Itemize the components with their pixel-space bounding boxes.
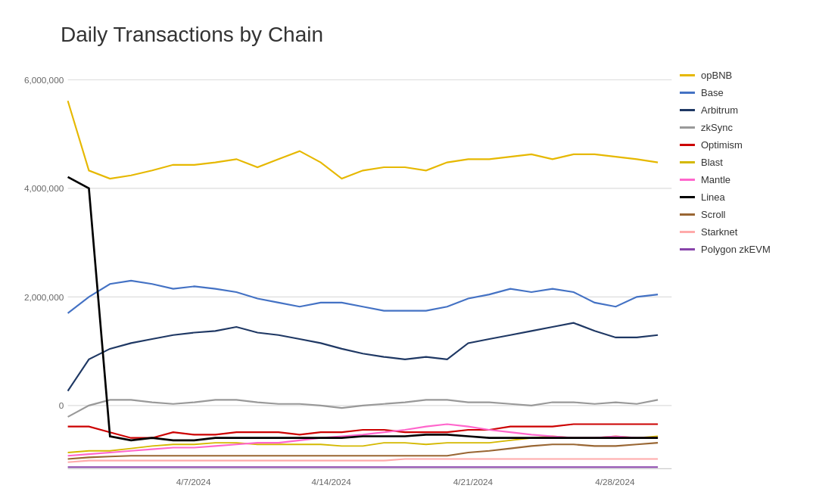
y-label-4m: 4,000,000 <box>24 183 64 193</box>
legend-label-blast: Blast <box>701 157 723 168</box>
legend-item-polygon-zkevm: Polygon zkEVM <box>680 244 801 255</box>
line-zksync <box>68 400 658 416</box>
legend-label-arbitrum: Arbitrum <box>701 104 738 116</box>
legend-item-zksync: zkSync <box>680 122 801 133</box>
main-chart-svg: 6,000,000 4,000,000 2,000,000 0 4/7/2024… <box>15 62 680 502</box>
legend-color-linea <box>680 196 695 198</box>
legend-label-scroll: Scroll <box>701 209 726 220</box>
legend-label-opbnb: opBNB <box>701 70 732 81</box>
chart-container: Daily Transactions by Chain 6,000,000 4,… <box>0 0 816 504</box>
chart-body: 6,000,000 4,000,000 2,000,000 0 4/7/2024… <box>15 62 801 502</box>
legend-color-zksync <box>680 126 695 129</box>
legend-item-starknet: Starknet <box>680 226 801 238</box>
legend-item-scroll: Scroll <box>680 209 801 220</box>
line-opbnb <box>68 101 658 179</box>
legend-item-arbitrum: Arbitrum <box>680 104 801 116</box>
chart-area: 6,000,000 4,000,000 2,000,000 0 4/7/2024… <box>15 62 680 502</box>
x-label-421: 4/21/2024 <box>453 477 494 487</box>
legend-label-base: Base <box>701 87 724 98</box>
legend-label-zksync: zkSync <box>701 122 733 133</box>
line-linea <box>68 177 658 440</box>
chart-title: Daily Transactions by Chain <box>15 23 801 47</box>
x-label-414: 4/14/2024 <box>311 477 351 487</box>
legend-label-mantle: Mantle <box>701 174 730 185</box>
legend-color-starknet <box>680 231 695 233</box>
line-starknet <box>68 459 658 462</box>
chart-legend: opBNB Base Arbitrum zkSync Optimism Blas… <box>680 62 801 502</box>
legend-color-base <box>680 92 695 94</box>
y-label-6m: 6,000,000 <box>24 75 64 85</box>
legend-item-opbnb: opBNB <box>680 70 801 81</box>
x-label-428: 4/28/2024 <box>595 477 635 487</box>
legend-label-optimism: Optimism <box>701 139 743 151</box>
legend-color-polygon-zkevm <box>680 248 695 250</box>
line-mantle <box>68 424 658 456</box>
legend-color-optimism <box>680 144 695 146</box>
legend-color-scroll <box>680 213 695 216</box>
y-label-2m: 2,000,000 <box>24 292 64 302</box>
legend-item-base: Base <box>680 87 801 98</box>
line-arbitrum <box>68 323 658 391</box>
legend-color-arbitrum <box>680 109 695 111</box>
legend-item-mantle: Mantle <box>680 174 801 185</box>
legend-item-linea: Linea <box>680 191 801 203</box>
x-label-47: 4/7/2024 <box>176 477 211 487</box>
legend-label-starknet: Starknet <box>701 226 737 238</box>
y-label-0: 0 <box>59 400 64 410</box>
legend-item-blast: Blast <box>680 157 801 168</box>
legend-color-mantle <box>680 179 695 181</box>
legend-item-optimism: Optimism <box>680 139 801 151</box>
legend-label-polygon-zkevm: Polygon zkEVM <box>701 244 771 255</box>
legend-label-linea: Linea <box>701 191 725 203</box>
legend-color-opbnb <box>680 74 695 76</box>
legend-color-blast <box>680 161 695 163</box>
